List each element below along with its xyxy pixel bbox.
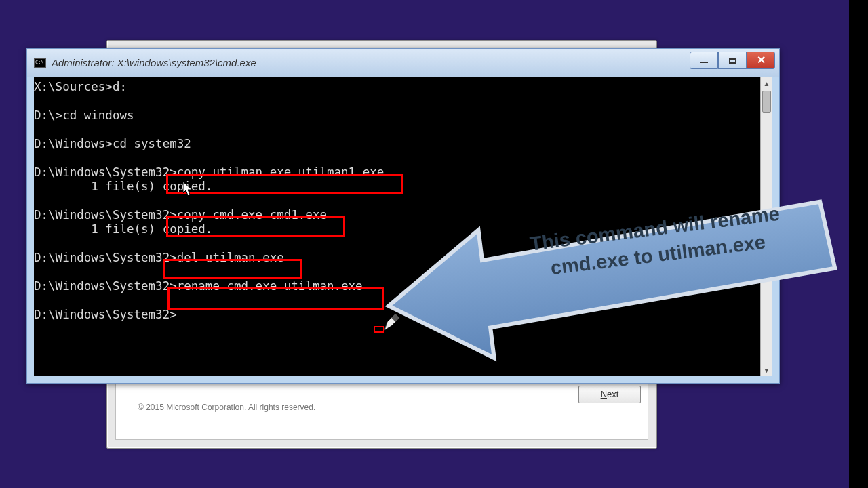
window-controls: ✕ xyxy=(690,52,775,69)
next-label-rest: ext xyxy=(607,389,618,399)
scroll-down-arrow-icon[interactable]: ▼ xyxy=(761,364,772,376)
next-button[interactable]: Next xyxy=(578,386,641,403)
cmd-output[interactable]: X:\Sources>d: D:\>cd windows D:\Windows>… xyxy=(34,77,760,376)
close-button[interactable]: ✕ xyxy=(747,52,775,69)
scroll-thumb[interactable] xyxy=(762,91,771,113)
cmd-icon xyxy=(34,58,46,68)
cmd-titlebar[interactable]: Administrator: X:\windows\system32\cmd.e… xyxy=(27,49,779,77)
command-prompt-window: Administrator: X:\windows\system32\cmd.e… xyxy=(26,48,780,384)
copyright-text: © 2015 Microsoft Corporation. All rights… xyxy=(138,403,315,412)
cmd-window-title: Administrator: X:\windows\system32\cmd.e… xyxy=(52,57,256,68)
vertical-scrollbar[interactable]: ▲ ▼ xyxy=(760,77,772,376)
minimize-button[interactable] xyxy=(690,52,718,69)
cmd-client-area: X:\Sources>d: D:\>cd windows D:\Windows>… xyxy=(34,77,772,376)
annotation-small-box xyxy=(374,326,384,333)
maximize-button[interactable] xyxy=(718,52,747,69)
scroll-up-arrow-icon[interactable]: ▲ xyxy=(761,77,772,89)
